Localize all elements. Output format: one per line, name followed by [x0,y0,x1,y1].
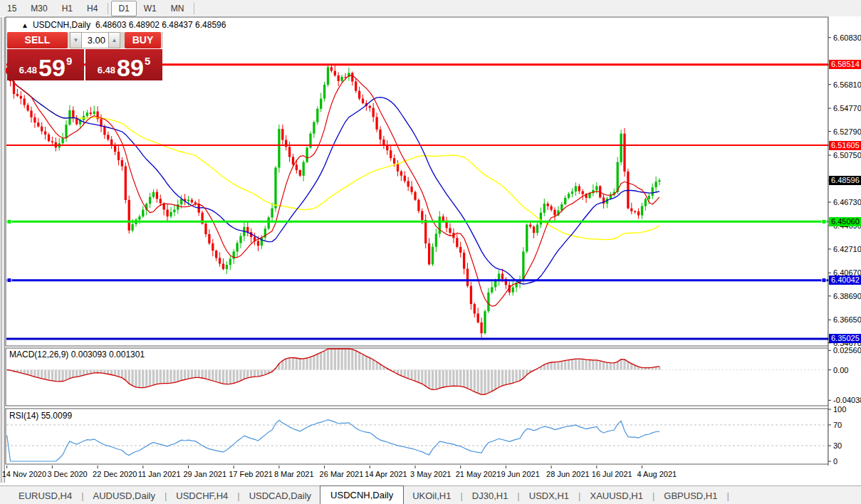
date-axis-label: 16 Jul 2021 [592,470,632,478]
macd-histogram-bar [296,358,298,369]
macd-histogram-bar [557,362,559,369]
tab-USDX-H1[interactable]: USDX,H1 [521,488,578,504]
macd-histogram-bar [435,370,437,390]
candle-body [160,199,162,203]
candle-body [428,243,430,264]
macd-histogram-bar [508,370,511,384]
candle-body [257,241,259,246]
candle-body [138,216,140,219]
macd-histogram-bar [407,370,409,379]
macd-histogram-bar [351,350,353,370]
candle-body [344,77,346,78]
macd-histogram-bar [299,359,301,370]
price-axis-badge: 6.45060 [829,217,861,226]
macd-histogram-bar [372,359,375,369]
candle-body [369,106,371,108]
buy-price-panel[interactable]: 6.48895 [85,49,162,80]
macd-histogram-bar [243,370,245,379]
candle-body [219,258,221,263]
tab-DJ30-H1[interactable]: DJ30,H1 [464,488,517,504]
candle-body [30,110,32,117]
candle-body [261,238,263,246]
date-axis-label: 29 Jan 2021 [184,470,227,478]
macd-histogram-bar [518,370,521,381]
tab-separator: | [237,490,239,501]
date-axis-label: 3 May 2021 [410,470,451,478]
candle-body [222,263,224,268]
macd-histogram-bar [30,370,32,376]
candle-body [393,158,395,164]
candle-body [152,192,155,197]
macd-histogram-bar [26,370,28,375]
candle-body [553,210,555,216]
buy-button[interactable]: BUY [125,32,161,48]
macd-axis-tick: 0.025609 [833,346,861,355]
macd-histogram-bar [484,370,486,395]
macd-histogram-bar [424,370,427,387]
macd-histogram-bar [118,370,120,377]
candle-body [180,199,182,205]
tab-USDCNH-Daily[interactable]: USDCNH,Daily [320,485,404,504]
macd-histogram-bar [316,354,318,369]
date-axis-label: 17 Feb 2021 [229,470,273,478]
macd-histogram-bar [428,370,430,389]
candle-body [313,122,315,134]
candle-body [26,105,28,110]
tab-USDCAD-Daily[interactable]: USDCAD,Daily [241,488,320,504]
macd-histogram-bar [191,370,193,379]
candle-body [51,141,53,142]
macd-histogram-bar [480,370,482,395]
volume-decrement-button[interactable]: ▼ [70,32,82,48]
candle-body [526,225,528,252]
candle-body [435,233,437,246]
tab-USDCHF-H4[interactable]: USDCHF,H4 [167,488,236,504]
macd-histogram-bar [309,357,311,369]
date-axis-label: 28 Jun 2021 [546,470,590,478]
tab-separator: | [517,490,519,501]
macd-histogram-bar [404,370,406,377]
macd-histogram-bar [131,370,133,386]
candle-body [512,288,514,293]
candle-body [390,150,392,158]
volume-increment-button[interactable]: ▲ [108,32,120,48]
macd-histogram-bar [177,370,179,382]
price-axis-tick: 6.56810 [833,80,861,89]
macd-histogram-bar [285,359,287,370]
tab-AUDUSD-Daily[interactable]: AUDUSD,Daily [85,488,164,504]
tab-EURUSD-H4[interactable]: EURUSD,H4 [10,488,80,504]
macd-histogram-bar [474,370,476,392]
candle-body [417,200,419,211]
candle-body [334,71,336,75]
tab-GBPUSD-H1[interactable]: GBPUSD,H1 [655,488,726,504]
candle-body [72,110,74,118]
candle-body [142,210,144,217]
candle-body [463,253,465,269]
trade-controls-row: SELL ▼ ▲ BUY [7,32,163,48]
candle-body [630,209,632,211]
macd-histogram-bar [375,362,377,369]
candle-body [292,157,294,165]
sell-price-pip: 9 [66,55,72,67]
candle-body [362,99,364,103]
tab-XAUUSD-H1[interactable]: XAUUSD,H1 [582,488,652,504]
macd-histogram-bar [369,358,371,370]
tab-UKOil-H1[interactable]: UKOil,H1 [404,488,459,504]
candle-body [522,251,524,279]
macd-histogram-bar [421,370,423,384]
tab-separator: | [652,490,654,501]
volume-input[interactable] [82,32,108,48]
macd-histogram-bar [128,370,130,384]
macd-histogram-bar [156,370,158,384]
macd-histogram-bar [348,349,350,370]
sell-price-panel[interactable]: 6.48599 [7,49,84,80]
sell-button[interactable]: SELL [7,32,68,48]
candle-body [156,192,158,199]
macd-histogram-bar [166,370,168,384]
macd-histogram-bar [107,370,109,374]
macd-histogram-bar [623,359,625,369]
candle-body [278,129,280,167]
macd-histogram-bar [152,370,155,385]
candle-body [564,198,566,204]
macd-histogram-bar [75,370,78,377]
candle-body [648,196,650,199]
